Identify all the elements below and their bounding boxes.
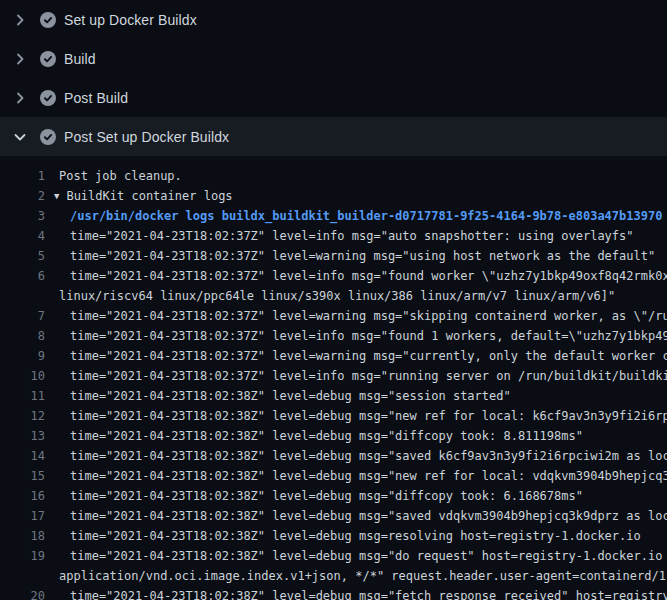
log-text: time="2021-04-23T18:02:38Z" level=debug …	[45, 486, 583, 506]
log-line: 9time="2021-04-23T18:02:37Z" level=warni…	[0, 346, 667, 366]
line-number[interactable]: 10	[0, 366, 45, 386]
log-line: 11time="2021-04-23T18:02:38Z" level=debu…	[0, 386, 667, 406]
check-circle-icon	[40, 12, 56, 28]
line-number[interactable]: 1	[0, 166, 45, 186]
log-line: 10time="2021-04-23T18:02:37Z" level=info…	[0, 366, 667, 386]
line-number[interactable]: 6	[0, 266, 45, 286]
log-line: 15time="2021-04-23T18:02:38Z" level=debu…	[0, 466, 667, 486]
line-number[interactable]: 5	[0, 246, 45, 266]
log-text: time="2021-04-23T18:02:37Z" level=warnin…	[45, 246, 655, 266]
log-text: time="2021-04-23T18:02:37Z" level=warnin…	[45, 306, 667, 326]
check-circle-icon	[40, 129, 56, 145]
line-number[interactable]: 2	[0, 186, 45, 206]
log-line: 2▼BuildKit container logs	[0, 186, 667, 206]
log-text: time="2021-04-23T18:02:38Z" level=debug …	[45, 506, 667, 526]
log-line: 7time="2021-04-23T18:02:37Z" level=warni…	[0, 306, 667, 326]
step-title: Set up Docker Buildx	[64, 12, 197, 28]
steps-list: Set up Docker BuildxBuildPost BuildPost …	[0, 0, 667, 156]
line-number[interactable]: 14	[0, 446, 45, 466]
log-line: 16time="2021-04-23T18:02:38Z" level=debu…	[0, 486, 667, 506]
line-number[interactable]: 20	[0, 586, 45, 600]
log-text: time="2021-04-23T18:02:37Z" level=info m…	[45, 226, 634, 246]
line-number[interactable]: 9	[0, 346, 45, 366]
log-text: time="2021-04-23T18:02:37Z" level=info m…	[45, 366, 667, 386]
log-line: linux/riscv64 linux/ppc64le linux/s390x …	[0, 286, 667, 306]
log-text: time="2021-04-23T18:02:38Z" level=debug …	[45, 426, 583, 446]
log-text: Post job cleanup.	[45, 166, 182, 186]
log-line: 19time="2021-04-23T18:02:38Z" level=debu…	[0, 546, 667, 566]
group-label: BuildKit container logs	[66, 189, 232, 203]
log-line: application/vnd.oci.image.index.v1+json,…	[0, 566, 667, 586]
log-line: 6time="2021-04-23T18:02:37Z" level=info …	[0, 266, 667, 286]
step-header[interactable]: Post Set up Docker Buildx	[0, 117, 667, 156]
check-circle-icon	[40, 51, 56, 67]
command-text: /usr/bin/docker logs buildx_buildkit_bui…	[45, 206, 662, 226]
log-area: 1Post job cleanup.2▼BuildKit container l…	[0, 156, 667, 600]
chevron-right-icon	[12, 51, 28, 67]
line-number[interactable]: 8	[0, 326, 45, 346]
log-line: 4time="2021-04-23T18:02:37Z" level=info …	[0, 226, 667, 246]
log-line: 8time="2021-04-23T18:02:37Z" level=info …	[0, 326, 667, 346]
step-header[interactable]: Set up Docker Buildx	[0, 0, 667, 39]
step-title: Post Build	[64, 90, 128, 106]
line-number[interactable]: 15	[0, 466, 45, 486]
log-line: 12time="2021-04-23T18:02:38Z" level=debu…	[0, 406, 667, 426]
log-text: time="2021-04-23T18:02:37Z" level=warnin…	[45, 346, 667, 366]
log-text: time="2021-04-23T18:02:38Z" level=debug …	[45, 446, 667, 466]
step-title: Build	[64, 51, 96, 67]
line-number[interactable]: 19	[0, 546, 45, 566]
log-text: application/vnd.oci.image.index.v1+json,…	[45, 566, 667, 586]
line-number[interactable]: 4	[0, 226, 45, 246]
log-text: time="2021-04-23T18:02:38Z" level=debug …	[45, 406, 667, 426]
log-line: 14time="2021-04-23T18:02:38Z" level=debu…	[0, 446, 667, 466]
line-number[interactable]: 12	[0, 406, 45, 426]
log-text: time="2021-04-23T18:02:38Z" level=debug …	[45, 546, 667, 566]
log-line: 20time="2021-04-23T18:02:38Z" level=debu…	[0, 586, 667, 600]
chevron-right-icon	[12, 12, 28, 28]
log-line: 18time="2021-04-23T18:02:38Z" level=debu…	[0, 526, 667, 546]
line-number[interactable]: 11	[0, 386, 45, 406]
log-text: time="2021-04-23T18:02:38Z" level=debug …	[45, 386, 511, 406]
line-number[interactable]: 17	[0, 506, 45, 526]
step-header[interactable]: Post Build	[0, 78, 667, 117]
log-line: 17time="2021-04-23T18:02:38Z" level=debu…	[0, 506, 667, 526]
log-line: 5time="2021-04-23T18:02:37Z" level=warni…	[0, 246, 667, 266]
step-title: Post Set up Docker Buildx	[64, 129, 229, 145]
log-text: time="2021-04-23T18:02:37Z" level=info m…	[45, 266, 667, 286]
step-header[interactable]: Build	[0, 39, 667, 78]
chevron-down-icon	[12, 129, 28, 145]
check-circle-icon	[40, 90, 56, 106]
log-text: time="2021-04-23T18:02:38Z" level=debug …	[45, 526, 641, 546]
group-toggle[interactable]: ▼BuildKit container logs	[45, 186, 233, 206]
log-line: 1Post job cleanup.	[0, 166, 667, 186]
line-number[interactable]: 16	[0, 486, 45, 506]
log-text: linux/riscv64 linux/ppc64le linux/s390x …	[45, 286, 615, 306]
log-text: time="2021-04-23T18:02:37Z" level=info m…	[45, 326, 667, 346]
line-number[interactable]: 7	[0, 306, 45, 326]
triangle-down-icon: ▼	[54, 186, 59, 206]
chevron-right-icon	[12, 90, 28, 106]
log-text: time="2021-04-23T18:02:38Z" level=debug …	[45, 466, 667, 486]
line-number[interactable]: 3	[0, 206, 45, 226]
log-line: 13time="2021-04-23T18:02:38Z" level=debu…	[0, 426, 667, 446]
log-line: 3/usr/bin/docker logs buildx_buildkit_bu…	[0, 206, 667, 226]
line-number[interactable]: 13	[0, 426, 45, 446]
line-number[interactable]: 18	[0, 526, 45, 546]
log-text: time="2021-04-23T18:02:38Z" level=debug …	[45, 586, 667, 600]
